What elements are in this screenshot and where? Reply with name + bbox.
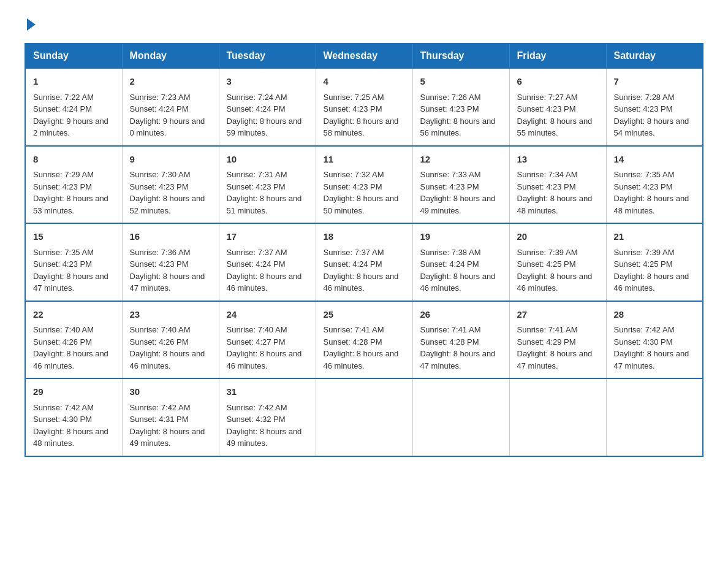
day-number: 1 xyxy=(33,75,115,89)
calendar-day-cell: 25 Sunrise: 7:41 AM Sunset: 4:28 PM Dayl… xyxy=(316,301,412,379)
sunrise-label: Sunrise: 7:28 AM xyxy=(614,93,675,102)
day-number: 21 xyxy=(614,230,696,244)
sunrise-label: Sunrise: 7:39 AM xyxy=(614,248,675,257)
sunset-label: Sunset: 4:28 PM xyxy=(324,337,382,347)
sunset-label: Sunset: 4:23 PM xyxy=(130,259,189,269)
sunrise-label: Sunrise: 7:42 AM xyxy=(614,325,675,334)
calendar-day-cell: 17 Sunrise: 7:37 AM Sunset: 4:24 PM Dayl… xyxy=(219,223,316,301)
daylight-label: Daylight: 8 hours and 46 minutes. xyxy=(614,272,689,293)
day-number: 17 xyxy=(227,230,308,244)
weekday-header-monday: Monday xyxy=(122,44,219,68)
calendar-day-cell: 28 Sunrise: 7:42 AM Sunset: 4:30 PM Dayl… xyxy=(606,301,703,379)
daylight-label: Daylight: 8 hours and 47 minutes. xyxy=(517,349,593,370)
calendar-day-cell: 4 Sunrise: 7:25 AM Sunset: 4:23 PM Dayli… xyxy=(316,68,412,146)
weekday-header-tuesday: Tuesday xyxy=(219,44,316,68)
calendar-day-cell: 1 Sunrise: 7:22 AM Sunset: 4:24 PM Dayli… xyxy=(25,68,122,146)
sunrise-label: Sunrise: 7:24 AM xyxy=(227,93,287,102)
sunset-label: Sunset: 4:23 PM xyxy=(614,104,673,113)
sunrise-label: Sunrise: 7:38 AM xyxy=(420,248,481,257)
weekday-header-saturday: Saturday xyxy=(606,44,703,68)
calendar-day-cell: 16 Sunrise: 7:36 AM Sunset: 4:23 PM Dayl… xyxy=(122,223,219,301)
sunrise-label: Sunrise: 7:29 AM xyxy=(33,170,94,179)
sunset-label: Sunset: 4:24 PM xyxy=(420,259,479,269)
calendar-day-cell: 29 Sunrise: 7:42 AM Sunset: 4:30 PM Dayl… xyxy=(25,378,122,456)
daylight-label: Daylight: 8 hours and 51 minutes. xyxy=(227,194,302,215)
day-number: 8 xyxy=(33,153,115,167)
sunrise-label: Sunrise: 7:30 AM xyxy=(130,170,191,179)
logo-triangle-icon xyxy=(27,18,36,31)
daylight-label: Daylight: 8 hours and 47 minutes. xyxy=(130,272,205,293)
sunrise-label: Sunrise: 7:42 AM xyxy=(33,403,94,412)
calendar-day-cell: 30 Sunrise: 7:42 AM Sunset: 4:31 PM Dayl… xyxy=(122,378,219,456)
sunrise-label: Sunrise: 7:33 AM xyxy=(420,170,481,179)
sunset-label: Sunset: 4:31 PM xyxy=(130,415,189,424)
calendar-day-cell: 20 Sunrise: 7:39 AM Sunset: 4:25 PM Dayl… xyxy=(509,223,606,301)
calendar-day-cell: 24 Sunrise: 7:40 AM Sunset: 4:27 PM Dayl… xyxy=(219,301,316,379)
daylight-label: Daylight: 8 hours and 48 minutes. xyxy=(33,427,108,448)
sunset-label: Sunset: 4:23 PM xyxy=(130,182,189,191)
sunrise-label: Sunrise: 7:41 AM xyxy=(324,325,384,334)
calendar-day-cell: 5 Sunrise: 7:26 AM Sunset: 4:23 PM Dayli… xyxy=(412,68,509,146)
day-number: 25 xyxy=(324,308,405,322)
logo xyxy=(25,18,36,31)
calendar-day-cell: 21 Sunrise: 7:39 AM Sunset: 4:25 PM Dayl… xyxy=(606,223,703,301)
daylight-label: Daylight: 8 hours and 46 minutes. xyxy=(227,272,302,293)
calendar-day-cell: 15 Sunrise: 7:35 AM Sunset: 4:23 PM Dayl… xyxy=(25,223,122,301)
day-number: 31 xyxy=(227,385,308,399)
day-number: 16 xyxy=(130,230,211,244)
sunset-label: Sunset: 4:30 PM xyxy=(33,415,92,424)
sunset-label: Sunset: 4:24 PM xyxy=(227,259,286,269)
sunset-label: Sunset: 4:23 PM xyxy=(324,182,382,191)
calendar-day-cell xyxy=(316,378,412,456)
sunset-label: Sunset: 4:23 PM xyxy=(33,259,92,269)
sunrise-label: Sunrise: 7:40 AM xyxy=(130,325,191,334)
daylight-label: Daylight: 8 hours and 46 minutes. xyxy=(324,349,399,370)
calendar-day-cell: 2 Sunrise: 7:23 AM Sunset: 4:24 PM Dayli… xyxy=(122,68,219,146)
calendar-day-cell: 27 Sunrise: 7:41 AM Sunset: 4:29 PM Dayl… xyxy=(509,301,606,379)
calendar-day-cell xyxy=(606,378,703,456)
day-number: 27 xyxy=(517,308,599,322)
sunrise-label: Sunrise: 7:31 AM xyxy=(227,170,287,179)
daylight-label: Daylight: 8 hours and 46 minutes. xyxy=(517,272,593,293)
sunset-label: Sunset: 4:24 PM xyxy=(33,104,92,113)
sunset-label: Sunset: 4:29 PM xyxy=(517,337,576,347)
daylight-label: Daylight: 8 hours and 50 minutes. xyxy=(324,194,399,215)
daylight-label: Daylight: 8 hours and 53 minutes. xyxy=(33,194,108,215)
daylight-label: Daylight: 8 hours and 56 minutes. xyxy=(420,117,496,138)
sunset-label: Sunset: 4:23 PM xyxy=(324,104,382,113)
sunrise-label: Sunrise: 7:37 AM xyxy=(227,248,287,257)
sunrise-label: Sunrise: 7:37 AM xyxy=(324,248,384,257)
calendar-day-cell: 8 Sunrise: 7:29 AM Sunset: 4:23 PM Dayli… xyxy=(25,146,122,224)
calendar-day-cell: 6 Sunrise: 7:27 AM Sunset: 4:23 PM Dayli… xyxy=(509,68,606,146)
day-number: 23 xyxy=(130,308,211,322)
daylight-label: Daylight: 8 hours and 46 minutes. xyxy=(33,349,108,370)
sunset-label: Sunset: 4:26 PM xyxy=(130,337,189,347)
sunrise-label: Sunrise: 7:40 AM xyxy=(33,325,94,334)
calendar-week-row: 1 Sunrise: 7:22 AM Sunset: 4:24 PM Dayli… xyxy=(25,68,703,146)
day-number: 29 xyxy=(33,385,115,399)
sunset-label: Sunset: 4:28 PM xyxy=(420,337,479,347)
sunset-label: Sunset: 4:23 PM xyxy=(517,182,576,191)
sunset-label: Sunset: 4:23 PM xyxy=(420,104,479,113)
day-number: 26 xyxy=(420,308,502,322)
sunrise-label: Sunrise: 7:41 AM xyxy=(420,325,481,334)
calendar-day-cell: 18 Sunrise: 7:37 AM Sunset: 4:24 PM Dayl… xyxy=(316,223,412,301)
calendar-day-cell: 11 Sunrise: 7:32 AM Sunset: 4:23 PM Dayl… xyxy=(316,146,412,224)
sunset-label: Sunset: 4:23 PM xyxy=(33,182,92,191)
sunset-label: Sunset: 4:23 PM xyxy=(227,182,286,191)
calendar-day-cell: 31 Sunrise: 7:42 AM Sunset: 4:32 PM Dayl… xyxy=(219,378,316,456)
sunset-label: Sunset: 4:30 PM xyxy=(614,337,673,347)
day-number: 28 xyxy=(614,308,696,322)
daylight-label: Daylight: 8 hours and 48 minutes. xyxy=(517,194,593,215)
calendar-day-cell xyxy=(412,378,509,456)
daylight-label: Daylight: 8 hours and 58 minutes. xyxy=(324,117,399,138)
daylight-label: Daylight: 8 hours and 48 minutes. xyxy=(614,194,689,215)
daylight-label: Daylight: 8 hours and 47 minutes. xyxy=(33,272,108,293)
daylight-label: Daylight: 8 hours and 47 minutes. xyxy=(420,349,496,370)
daylight-label: Daylight: 8 hours and 46 minutes. xyxy=(324,272,399,293)
daylight-label: Daylight: 8 hours and 46 minutes. xyxy=(227,349,302,370)
calendar-week-row: 8 Sunrise: 7:29 AM Sunset: 4:23 PM Dayli… xyxy=(25,146,703,224)
page-header xyxy=(25,18,703,31)
sunrise-label: Sunrise: 7:42 AM xyxy=(130,403,191,412)
sunrise-label: Sunrise: 7:34 AM xyxy=(517,170,578,179)
